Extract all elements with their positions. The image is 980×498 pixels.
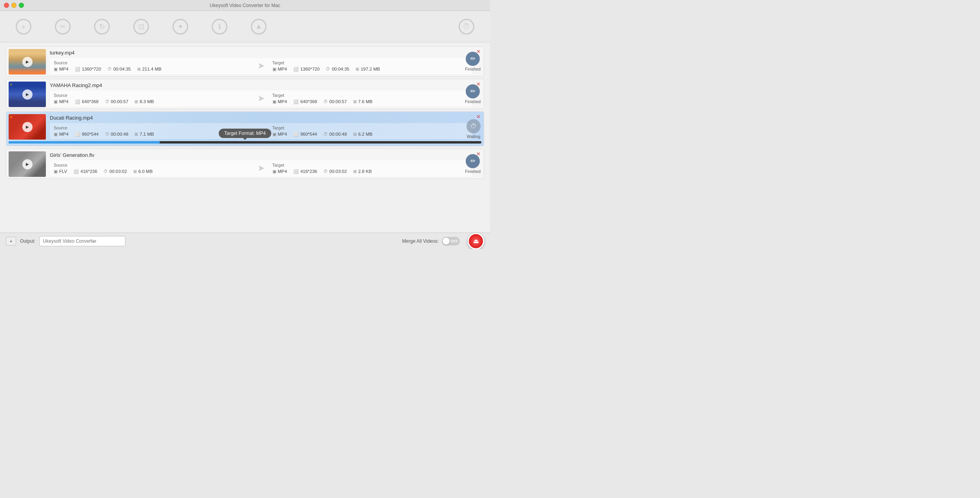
convert-button[interactable]: ⏏ xyxy=(468,233,484,249)
size-icon6: ⊞ xyxy=(353,132,357,137)
toolbar-effects[interactable]: ✦ xyxy=(172,19,188,35)
ducati-thumbnail[interactable]: ▶ ⊙ xyxy=(9,114,46,140)
merge-toggle[interactable]: OFF xyxy=(442,237,460,245)
ducati-target-format: ▣ MP4 xyxy=(272,132,287,137)
clock-icon8: ⏱ xyxy=(323,169,328,174)
ducati-play-button[interactable]: ▶ xyxy=(22,122,33,132)
arrow-icon: ➤ xyxy=(258,61,265,71)
ducati-target-res: ⬜ 960*544 xyxy=(293,132,317,137)
video-item-turkey: ✕ ▶ turkey.mp4 Source ▣ xyxy=(6,46,484,76)
video-list: ✕ ▶ turkey.mp4 Source ▣ xyxy=(0,42,490,233)
turkey-target-format: ▣ MP4 xyxy=(272,67,287,72)
turkey-target-size: ⊞ 197.2 MB xyxy=(356,67,380,72)
turkey-thumbnail[interactable]: ▶ xyxy=(9,49,46,75)
close-ducati-button[interactable]: ✕ xyxy=(476,114,481,119)
maximize-window-button[interactable] xyxy=(19,3,24,8)
clock-icon2: ⏱ xyxy=(326,67,330,71)
video-item-ducati: ✕ ▶ ⊙ Ducati Racing.mp4 Source ▣ xyxy=(6,111,484,146)
girls-source-dur: ⏱ 00:03:02 xyxy=(103,169,127,174)
yamaha-target-res: ⬜ 640*368 xyxy=(293,99,317,104)
turkey-arrow: ➤ xyxy=(250,61,272,71)
yamaha-header: ▶ ⊙ YAMAHA Racing2.mp4 Source ▣ MP4 xyxy=(6,79,484,109)
size-icon8: ⊞ xyxy=(353,169,357,174)
ducati-badge: ⊙ xyxy=(10,115,13,119)
toolbar-share[interactable]: ▲ xyxy=(251,19,267,35)
res-icon7: ⬜ xyxy=(73,169,79,174)
turkey-source: Source ▣ MP4 ⬜ 1360*720 xyxy=(54,60,250,72)
clock-icon3: ⏱ xyxy=(105,99,109,104)
girls-status-icon: ✏ xyxy=(466,154,480,168)
toolbar-history[interactable]: ⏱ xyxy=(459,19,474,35)
res-icon5: ⬜ xyxy=(75,132,80,137)
yamaha-play-button[interactable]: ▶ xyxy=(22,89,33,100)
turkey-header: ▶ turkey.mp4 Source ▣ MP4 xyxy=(6,47,484,76)
add-video-button[interactable]: + xyxy=(6,237,16,245)
ducati-source-res: ⬜ 960*544 xyxy=(75,132,99,137)
res-icon: ⬜ xyxy=(75,67,80,72)
yamaha-source-res: ⬜ 640*368 xyxy=(75,99,99,104)
ducati-target-label: Target xyxy=(272,125,468,130)
yamaha-source-items: ▣ MP4 ⬜ 640*368 ⏱ 00:00:57 xyxy=(54,99,250,104)
res-icon3: ⬜ xyxy=(75,99,80,104)
girls-source-format: ▣ FLV xyxy=(54,169,67,174)
clock-icon: ⏱ xyxy=(107,67,112,71)
girls-source-res: ⬜ 416*236 xyxy=(73,169,97,174)
turkey-filename: turkey.mp4 xyxy=(50,50,472,56)
girls-target-res: ⬜ 416*236 xyxy=(293,169,317,174)
toggle-knob xyxy=(443,238,450,245)
minimize-window-button[interactable] xyxy=(11,3,16,8)
format-tooltip: Target Format: MP4 xyxy=(219,129,271,138)
format-icon6: ▣ xyxy=(272,132,276,137)
yamaha-source: Source ▣ MP4 ⬜ 640*368 xyxy=(54,93,250,104)
merge-videos-section: Merge All Videos: OFF xyxy=(402,237,460,245)
toolbar-info[interactable]: ℹ xyxy=(212,19,227,35)
turkey-target-items: ▣ MP4 ⬜ 1360*720 ⏱ 00:04:35 xyxy=(272,67,468,72)
add-icon: ＋ xyxy=(16,19,31,35)
turkey-source-items: ▣ MP4 ⬜ 1360*720 ⏱ 00:04:35 xyxy=(54,67,250,72)
size-icon4: ⊞ xyxy=(353,99,357,104)
girls-play-button[interactable]: ▶ xyxy=(22,159,33,169)
turkey-play-button[interactable]: ▶ xyxy=(22,57,33,67)
girls-details-row: Source ▣ FLV ⬜ 416*236 xyxy=(54,163,468,174)
turkey-info: turkey.mp4 Source ▣ MP4 ⬜ xyxy=(50,50,472,74)
toolbar-compress[interactable]: ⊡ xyxy=(133,19,149,35)
toggle-off-label: OFF xyxy=(451,239,458,243)
girls-target: Target ▣ MP4 ⬜ 416*236 xyxy=(272,163,468,174)
format-icon2: ▣ xyxy=(272,67,276,72)
yamaha-badge: ⊙ xyxy=(10,83,13,86)
toolbar: ＋ ✂ ↻ ⊡ ✦ ℹ ▲ ⏱ xyxy=(0,11,490,42)
yamaha-details-row: Source ▣ MP4 ⬜ 640*368 xyxy=(54,93,468,104)
yamaha-thumbnail[interactable]: ▶ ⊙ xyxy=(9,82,46,107)
yamaha-status-icon: ✏ xyxy=(466,84,480,98)
toolbar-convert[interactable]: ↻ xyxy=(94,19,110,35)
turkey-target-dur: ⏱ 00:04:35 xyxy=(326,67,349,71)
close-window-button[interactable] xyxy=(4,3,9,8)
size-icon3: ⊞ xyxy=(134,99,138,104)
yamaha-source-dur: ⏱ 00:00:57 xyxy=(105,99,129,104)
turkey-source-size: ⊞ 211.4 MB xyxy=(137,67,162,72)
girls-source: Source ▣ FLV ⬜ 416*236 xyxy=(54,163,250,174)
history-icon: ⏱ xyxy=(459,19,474,35)
output-path-input[interactable] xyxy=(39,236,125,246)
turkey-target-res: ⬜ 1360*720 xyxy=(293,67,319,72)
yamaha-status-label: Finished xyxy=(465,99,481,104)
turkey-source-label: Source xyxy=(54,60,250,65)
output-label: Output: xyxy=(20,238,35,244)
format-icon5: ▣ xyxy=(54,132,58,137)
yamaha-source-format: ▣ MP4 xyxy=(54,99,69,104)
turkey-source-format: ▣ MP4 xyxy=(54,67,69,72)
yamaha-target-items: ▣ MP4 ⬜ 640*368 ⏱ 00:00:57 xyxy=(272,99,468,104)
turkey-status-icon: ✏ xyxy=(466,52,480,66)
girls-source-size: ⊞ 6.0 MB xyxy=(133,169,152,174)
app-title: Ukeysoft Video Converter for Mac xyxy=(210,3,280,8)
yamaha-arrow: ➤ xyxy=(250,93,272,104)
size-icon: ⊞ xyxy=(137,67,141,72)
output-select-wrap: ⌃⌄ xyxy=(39,236,105,246)
toolbar-cut[interactable]: ✂ xyxy=(55,19,71,35)
girls-thumbnail[interactable]: ▶ xyxy=(9,151,46,177)
yamaha-thumb-overlay: ▶ xyxy=(9,82,46,107)
turkey-status: ✏ Finished xyxy=(465,52,481,71)
yamaha-details: Source ▣ MP4 ⬜ 640*368 xyxy=(50,91,472,107)
convert-icon: ↻ xyxy=(94,19,110,35)
toolbar-add[interactable]: ＋ xyxy=(16,19,31,35)
